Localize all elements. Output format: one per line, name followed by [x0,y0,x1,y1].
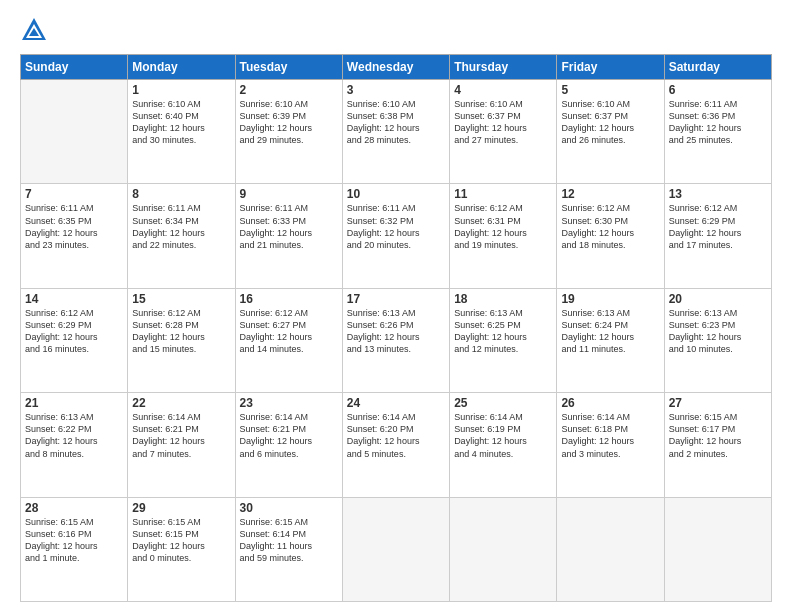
day-info: Sunrise: 6:13 AM Sunset: 6:26 PM Dayligh… [347,307,445,356]
calendar-day [664,497,771,601]
day-info: Sunrise: 6:15 AM Sunset: 6:15 PM Dayligh… [132,516,230,565]
day-number: 24 [347,396,445,410]
day-info: Sunrise: 6:11 AM Sunset: 6:35 PM Dayligh… [25,202,123,251]
calendar-day: 20Sunrise: 6:13 AM Sunset: 6:23 PM Dayli… [664,288,771,392]
day-info: Sunrise: 6:15 AM Sunset: 6:16 PM Dayligh… [25,516,123,565]
day-number: 30 [240,501,338,515]
day-number: 6 [669,83,767,97]
calendar-day: 2Sunrise: 6:10 AM Sunset: 6:39 PM Daylig… [235,80,342,184]
day-number: 29 [132,501,230,515]
day-info: Sunrise: 6:13 AM Sunset: 6:23 PM Dayligh… [669,307,767,356]
logo [20,16,52,44]
calendar-day: 22Sunrise: 6:14 AM Sunset: 6:21 PM Dayli… [128,393,235,497]
day-number: 22 [132,396,230,410]
day-number: 27 [669,396,767,410]
calendar-day [21,80,128,184]
day-info: Sunrise: 6:14 AM Sunset: 6:18 PM Dayligh… [561,411,659,460]
day-number: 25 [454,396,552,410]
day-number: 15 [132,292,230,306]
calendar-week-1: 1Sunrise: 6:10 AM Sunset: 6:40 PM Daylig… [21,80,772,184]
calendar-header-wednesday: Wednesday [342,55,449,80]
calendar-day: 18Sunrise: 6:13 AM Sunset: 6:25 PM Dayli… [450,288,557,392]
day-info: Sunrise: 6:14 AM Sunset: 6:19 PM Dayligh… [454,411,552,460]
day-number: 13 [669,187,767,201]
calendar-day [557,497,664,601]
calendar-day: 10Sunrise: 6:11 AM Sunset: 6:32 PM Dayli… [342,184,449,288]
day-number: 4 [454,83,552,97]
day-number: 16 [240,292,338,306]
calendar-day: 15Sunrise: 6:12 AM Sunset: 6:28 PM Dayli… [128,288,235,392]
day-number: 9 [240,187,338,201]
calendar-table: SundayMondayTuesdayWednesdayThursdayFrid… [20,54,772,602]
calendar-header-sunday: Sunday [21,55,128,80]
calendar-day: 28Sunrise: 6:15 AM Sunset: 6:16 PM Dayli… [21,497,128,601]
calendar-day: 24Sunrise: 6:14 AM Sunset: 6:20 PM Dayli… [342,393,449,497]
day-number: 5 [561,83,659,97]
day-info: Sunrise: 6:10 AM Sunset: 6:40 PM Dayligh… [132,98,230,147]
calendar-day: 13Sunrise: 6:12 AM Sunset: 6:29 PM Dayli… [664,184,771,288]
day-number: 7 [25,187,123,201]
calendar-day: 6Sunrise: 6:11 AM Sunset: 6:36 PM Daylig… [664,80,771,184]
calendar-day: 12Sunrise: 6:12 AM Sunset: 6:30 PM Dayli… [557,184,664,288]
day-info: Sunrise: 6:12 AM Sunset: 6:29 PM Dayligh… [669,202,767,251]
day-info: Sunrise: 6:14 AM Sunset: 6:20 PM Dayligh… [347,411,445,460]
calendar-day: 21Sunrise: 6:13 AM Sunset: 6:22 PM Dayli… [21,393,128,497]
page-header [20,16,772,44]
calendar-day: 9Sunrise: 6:11 AM Sunset: 6:33 PM Daylig… [235,184,342,288]
calendar-day: 17Sunrise: 6:13 AM Sunset: 6:26 PM Dayli… [342,288,449,392]
calendar-day: 4Sunrise: 6:10 AM Sunset: 6:37 PM Daylig… [450,80,557,184]
calendar-day: 8Sunrise: 6:11 AM Sunset: 6:34 PM Daylig… [128,184,235,288]
calendar-day: 26Sunrise: 6:14 AM Sunset: 6:18 PM Dayli… [557,393,664,497]
day-info: Sunrise: 6:11 AM Sunset: 6:34 PM Dayligh… [132,202,230,251]
calendar-week-2: 7Sunrise: 6:11 AM Sunset: 6:35 PM Daylig… [21,184,772,288]
calendar-week-4: 21Sunrise: 6:13 AM Sunset: 6:22 PM Dayli… [21,393,772,497]
day-number: 8 [132,187,230,201]
calendar-header-saturday: Saturday [664,55,771,80]
calendar-header-tuesday: Tuesday [235,55,342,80]
calendar-day: 29Sunrise: 6:15 AM Sunset: 6:15 PM Dayli… [128,497,235,601]
calendar-header-thursday: Thursday [450,55,557,80]
calendar-day: 16Sunrise: 6:12 AM Sunset: 6:27 PM Dayli… [235,288,342,392]
day-number: 12 [561,187,659,201]
day-info: Sunrise: 6:10 AM Sunset: 6:38 PM Dayligh… [347,98,445,147]
day-number: 21 [25,396,123,410]
day-info: Sunrise: 6:13 AM Sunset: 6:25 PM Dayligh… [454,307,552,356]
day-number: 26 [561,396,659,410]
day-number: 28 [25,501,123,515]
logo-icon [20,16,48,44]
calendar-day: 7Sunrise: 6:11 AM Sunset: 6:35 PM Daylig… [21,184,128,288]
day-info: Sunrise: 6:15 AM Sunset: 6:17 PM Dayligh… [669,411,767,460]
day-number: 20 [669,292,767,306]
calendar-week-5: 28Sunrise: 6:15 AM Sunset: 6:16 PM Dayli… [21,497,772,601]
day-number: 18 [454,292,552,306]
day-number: 3 [347,83,445,97]
calendar-header-friday: Friday [557,55,664,80]
calendar-day [450,497,557,601]
calendar-day: 23Sunrise: 6:14 AM Sunset: 6:21 PM Dayli… [235,393,342,497]
calendar-header-row: SundayMondayTuesdayWednesdayThursdayFrid… [21,55,772,80]
calendar-week-3: 14Sunrise: 6:12 AM Sunset: 6:29 PM Dayli… [21,288,772,392]
calendar-day: 27Sunrise: 6:15 AM Sunset: 6:17 PM Dayli… [664,393,771,497]
calendar-day: 19Sunrise: 6:13 AM Sunset: 6:24 PM Dayli… [557,288,664,392]
day-info: Sunrise: 6:11 AM Sunset: 6:32 PM Dayligh… [347,202,445,251]
day-info: Sunrise: 6:12 AM Sunset: 6:27 PM Dayligh… [240,307,338,356]
day-info: Sunrise: 6:11 AM Sunset: 6:33 PM Dayligh… [240,202,338,251]
day-info: Sunrise: 6:14 AM Sunset: 6:21 PM Dayligh… [240,411,338,460]
calendar-day: 25Sunrise: 6:14 AM Sunset: 6:19 PM Dayli… [450,393,557,497]
day-info: Sunrise: 6:13 AM Sunset: 6:24 PM Dayligh… [561,307,659,356]
day-info: Sunrise: 6:12 AM Sunset: 6:28 PM Dayligh… [132,307,230,356]
day-number: 10 [347,187,445,201]
calendar-header-monday: Monday [128,55,235,80]
day-info: Sunrise: 6:12 AM Sunset: 6:30 PM Dayligh… [561,202,659,251]
day-number: 11 [454,187,552,201]
day-number: 14 [25,292,123,306]
day-info: Sunrise: 6:13 AM Sunset: 6:22 PM Dayligh… [25,411,123,460]
calendar-day: 14Sunrise: 6:12 AM Sunset: 6:29 PM Dayli… [21,288,128,392]
day-number: 17 [347,292,445,306]
day-number: 19 [561,292,659,306]
calendar-day: 5Sunrise: 6:10 AM Sunset: 6:37 PM Daylig… [557,80,664,184]
day-info: Sunrise: 6:10 AM Sunset: 6:37 PM Dayligh… [454,98,552,147]
calendar-day: 30Sunrise: 6:15 AM Sunset: 6:14 PM Dayli… [235,497,342,601]
day-info: Sunrise: 6:12 AM Sunset: 6:29 PM Dayligh… [25,307,123,356]
calendar-day: 1Sunrise: 6:10 AM Sunset: 6:40 PM Daylig… [128,80,235,184]
